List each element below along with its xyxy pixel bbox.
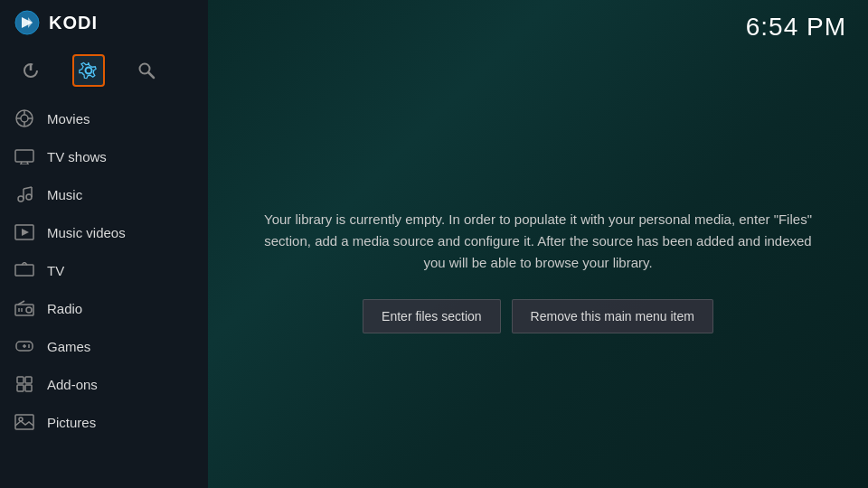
svg-rect-42 (15, 415, 33, 429)
empty-library-message: Your library is currently empty. In orde… (262, 209, 814, 274)
svg-point-18 (18, 196, 24, 202)
kodi-logo (14, 10, 40, 35)
sidebar-item-addons[interactable]: Add-ons (0, 365, 208, 403)
sidebar-item-pictures[interactable]: Pictures (0, 403, 208, 441)
power-button[interactable] (14, 54, 47, 87)
svg-point-36 (28, 344, 30, 346)
sidebar-item-tv[interactable]: TV (0, 251, 208, 289)
svg-point-19 (26, 194, 32, 200)
svg-point-30 (26, 307, 32, 313)
svg-rect-40 (17, 385, 24, 391)
main-content: 6:54 PM Your library is currently empty.… (208, 0, 868, 488)
radio-icon (14, 298, 34, 318)
music-video-icon (14, 222, 34, 242)
time-display: 6:54 PM (746, 13, 846, 42)
addons-icon (14, 374, 34, 394)
app-title: KODI (49, 13, 98, 33)
enter-files-button[interactable]: Enter files section (363, 299, 501, 333)
movies-label: Movies (47, 111, 90, 127)
search-button[interactable] (130, 54, 163, 87)
settings-icon (79, 61, 99, 80)
radio-label: Radio (47, 301, 82, 316)
svg-line-7 (148, 72, 154, 78)
svg-line-22 (24, 187, 32, 189)
movie-icon (14, 108, 34, 128)
remove-menu-item-button[interactable]: Remove this main menu item (512, 299, 713, 333)
svg-rect-41 (25, 385, 32, 391)
svg-rect-25 (15, 265, 33, 276)
addons-label: Add-ons (47, 377, 98, 392)
sidebar-logo-row: KODI (0, 0, 208, 45)
pictures-label: Pictures (47, 415, 96, 430)
sidebar-item-movies[interactable]: Movies (0, 99, 208, 137)
sidebar-item-tvshows[interactable]: TV shows (0, 137, 208, 175)
music-icon (14, 184, 34, 204)
svg-rect-38 (17, 377, 24, 383)
svg-point-9 (21, 115, 28, 122)
settings-button[interactable] (72, 54, 105, 87)
games-label: Games (47, 339, 90, 354)
tv-label: TV (47, 263, 64, 278)
action-buttons: Enter files section Remove this main men… (363, 299, 713, 333)
svg-point-37 (28, 346, 30, 348)
tv-icon (14, 146, 34, 166)
sidebar-item-musicvideos[interactable]: Music videos (0, 213, 208, 251)
tv2-icon (14, 260, 34, 280)
svg-rect-28 (15, 305, 33, 315)
sidebar-item-games[interactable]: Games (0, 327, 208, 365)
svg-marker-24 (22, 229, 29, 236)
top-bar: 6:54 PM (208, 0, 868, 54)
svg-rect-39 (25, 377, 32, 383)
search-icon (137, 61, 156, 80)
sidebar: KODI Movies (0, 0, 208, 488)
content-area: Your library is currently empty. In orde… (208, 54, 868, 488)
music-label: Music (47, 187, 82, 202)
nav-menu: Movies TV shows Music Music videos (0, 96, 208, 441)
power-icon (22, 61, 40, 80)
musicvideos-label: Music videos (47, 225, 126, 240)
tvshows-label: TV shows (47, 149, 107, 164)
svg-rect-14 (15, 150, 33, 162)
pictures-icon (14, 412, 34, 432)
sidebar-item-music[interactable]: Music (0, 175, 208, 213)
sidebar-item-radio[interactable]: Radio (0, 289, 208, 327)
sidebar-icons-row (0, 45, 208, 96)
svg-point-5 (86, 68, 92, 74)
games-icon (14, 336, 34, 356)
